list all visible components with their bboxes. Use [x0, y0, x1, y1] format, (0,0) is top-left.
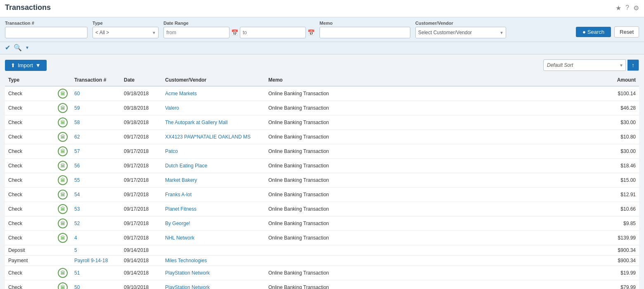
transaction-number-link[interactable]: 60 — [74, 91, 80, 96]
cell-date: 09/18/2018 — [121, 101, 162, 115]
customer-vendor-group: Customer/Vendor Select Customer/Vendor ▼ — [415, 21, 506, 38]
cell-amount: $18.46 — [410, 159, 639, 173]
bank-icon[interactable]: 🏛 — [58, 204, 68, 214]
transaction-number-link[interactable]: 62 — [74, 134, 80, 140]
customer-vendor-link[interactable]: Acme Markets — [165, 91, 197, 96]
cell-customer-vendor: NHL Network — [162, 231, 265, 245]
bank-icon[interactable]: 🏛 — [58, 190, 68, 200]
cell-bank-icon: 🏛 — [54, 173, 71, 188]
bank-icon[interactable]: 🏛 — [58, 103, 68, 113]
customer-vendor-link[interactable]: PlayStation Network — [165, 284, 210, 289]
type-select[interactable]: < All > Check Deposit Payment — [92, 27, 159, 38]
bank-icon[interactable]: 🏛 — [58, 175, 68, 185]
customer-vendor-link[interactable]: Dutch Eating Place — [165, 163, 207, 169]
search-button[interactable]: ● Search — [576, 27, 611, 37]
customer-vendor-link[interactable]: Valero — [165, 105, 179, 111]
transaction-number-link[interactable]: 57 — [74, 148, 80, 154]
dropdown-arrow-icon[interactable]: ▼ — [25, 45, 29, 50]
cell-type: Check — [5, 86, 54, 101]
table-row: Check🏛5609/17/2018Dutch Eating PlaceOnli… — [5, 159, 639, 173]
transaction-number-link[interactable]: 55 — [74, 177, 80, 183]
bank-icon[interactable]: 🏛 — [58, 219, 68, 228]
transaction-number-link[interactable]: 50 — [74, 284, 80, 289]
cell-memo: Online Banking Transaction — [265, 159, 410, 173]
reset-button[interactable]: Reset — [614, 26, 639, 38]
cell-amount: $10.66 — [410, 202, 639, 216]
cell-type: Check — [5, 101, 54, 115]
calendar-to-icon[interactable]: 📅 — [308, 29, 315, 36]
cell-bank-icon: 🏛 — [54, 115, 71, 130]
customer-vendor-link[interactable]: Patco — [165, 148, 178, 154]
cell-date: 09/17/2018 — [121, 159, 162, 173]
customer-vendor-link[interactable]: Miles Technologies — [165, 258, 207, 263]
customer-vendor-link[interactable]: By George! — [165, 221, 190, 226]
bank-icon[interactable]: 🏛 — [58, 146, 68, 156]
bank-icon[interactable]: 🏛 — [58, 268, 68, 278]
transaction-number-link[interactable]: 54 — [74, 192, 80, 197]
filter-actions: ● Search Reset — [576, 26, 639, 38]
bank-icon[interactable]: 🏛 — [58, 117, 68, 127]
cell-date: 09/17/2018 — [121, 216, 162, 231]
transaction-number-link[interactable]: 59 — [74, 105, 80, 111]
transaction-number-link[interactable]: 4 — [74, 235, 77, 241]
memo-input[interactable] — [320, 27, 410, 38]
checkmark-icon[interactable]: ✔ — [5, 44, 10, 52]
col-transaction: Transaction # — [71, 74, 121, 86]
transaction-number-link[interactable]: 58 — [74, 120, 80, 125]
transaction-number-input[interactable] — [5, 27, 88, 38]
customer-vendor-link[interactable]: NHL Network — [165, 235, 194, 241]
cell-customer-vendor: By George! — [162, 216, 265, 231]
cell-amount: $900.34 — [410, 245, 639, 256]
transaction-number-link[interactable]: 56 — [74, 163, 80, 169]
cell-type: Check — [5, 202, 54, 216]
table-row: Check🏛409/17/2018NHL NetworkOnline Banki… — [5, 231, 639, 245]
col-amount: Amount — [410, 74, 639, 86]
bank-icon[interactable]: 🏛 — [58, 132, 68, 142]
customer-vendor-link[interactable]: Market Bakery — [165, 177, 197, 183]
customer-vendor-link[interactable]: Franks A-lot — [165, 192, 192, 197]
import-chevron-down-icon: ▼ — [36, 62, 41, 68]
transaction-number-link[interactable]: Payroll 9-14-18 — [74, 258, 108, 263]
star-icon[interactable]: ★ — [616, 4, 621, 12]
calendar-from-icon[interactable]: 📅 — [231, 29, 238, 36]
help-icon[interactable]: ? — [625, 4, 629, 12]
customer-vendor-link[interactable]: PlayStation Network — [165, 270, 210, 276]
cell-amount: $139.99 — [410, 231, 639, 245]
cell-type: Check — [5, 159, 54, 173]
cell-customer-vendor: Miles Technologies — [162, 256, 265, 266]
cell-bank-icon: 🏛 — [54, 188, 71, 202]
settings-icon[interactable]: ⚙ — [633, 4, 639, 12]
transaction-number-link[interactable]: 5 — [74, 247, 77, 253]
customer-vendor-link[interactable]: XX4123 PAW*NATALIE OAKLAND MS — [165, 134, 251, 140]
cell-date: 09/17/2018 — [121, 173, 162, 188]
transaction-number-link[interactable]: 51 — [74, 270, 80, 276]
bank-icon[interactable]: 🏛 — [58, 282, 68, 289]
cell-memo: Online Banking Transaction — [265, 231, 410, 245]
bank-icon[interactable]: 🏛 — [58, 89, 68, 99]
bank-icon[interactable]: 🏛 — [58, 233, 68, 243]
cell-date: 09/17/2018 — [121, 144, 162, 159]
transaction-number-link[interactable]: 53 — [74, 206, 80, 212]
sort-select[interactable]: Default Sort Date Amount Type Customer/V… — [543, 59, 626, 71]
import-button[interactable]: ⬆ Import ▼ — [5, 60, 47, 71]
cell-type: Check — [5, 173, 54, 188]
date-from-input[interactable] — [163, 27, 230, 38]
sort-direction-button[interactable]: ↑ — [627, 59, 639, 71]
bank-icon[interactable]: 🏛 — [58, 161, 68, 171]
search-user-icon[interactable]: 🔍 — [14, 44, 22, 52]
cell-amount: $12.91 — [410, 188, 639, 202]
transaction-number-link[interactable]: 52 — [74, 221, 80, 226]
cell-transaction-number: 58 — [71, 115, 121, 130]
customer-vendor-select[interactable]: Select Customer/Vendor — [415, 27, 506, 38]
table-row: Check🏛5809/18/2018The Autopark at Galler… — [5, 115, 639, 130]
cell-amount: $30.00 — [410, 115, 639, 130]
cell-date: 09/17/2018 — [121, 231, 162, 245]
table-body: Check🏛6009/18/2018Acme MarketsOnline Ban… — [5, 86, 639, 289]
cell-type: Check — [5, 231, 54, 245]
cell-type: Check — [5, 216, 54, 231]
cell-amount: $9.85 — [410, 216, 639, 231]
date-to-input[interactable] — [240, 27, 306, 38]
cell-date: 09/10/2018 — [121, 280, 162, 289]
customer-vendor-link[interactable]: The Autopark at Gallery Mall — [165, 120, 227, 125]
customer-vendor-link[interactable]: Planet Fitness — [165, 206, 197, 212]
